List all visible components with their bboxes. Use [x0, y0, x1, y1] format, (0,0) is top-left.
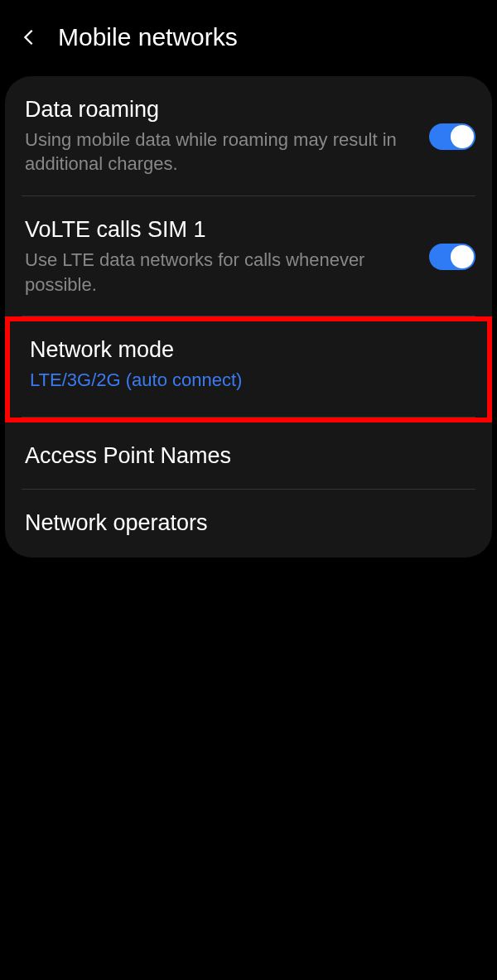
setting-text: Access Point Names	[25, 442, 475, 471]
toggle-thumb	[451, 125, 474, 148]
setting-text: Data roaming Using mobile data while roa…	[25, 96, 417, 176]
setting-data-roaming[interactable]: Data roaming Using mobile data while roa…	[5, 76, 492, 196]
setting-text: Network operators	[25, 509, 475, 538]
setting-text: Network mode LTE/3G/2G (auto connect)	[30, 336, 470, 392]
data-roaming-title: Data roaming	[25, 96, 417, 124]
setting-text: VoLTE calls SIM 1 Use LTE data networks …	[25, 216, 417, 297]
volte-toggle[interactable]	[429, 244, 475, 270]
data-roaming-description: Using mobile data while roaming may resu…	[25, 128, 417, 176]
setting-network-operators[interactable]: Network operators	[5, 490, 492, 558]
page-title: Mobile networks	[58, 23, 238, 51]
network-mode-title: Network mode	[30, 336, 470, 364]
back-icon[interactable]	[20, 28, 38, 46]
settings-panel: Data roaming Using mobile data while roa…	[5, 76, 492, 558]
toggle-thumb	[451, 245, 474, 268]
volte-description: Use LTE data networks for calls whenever…	[25, 248, 417, 297]
setting-apn[interactable]: Access Point Names	[5, 422, 492, 490]
data-roaming-toggle[interactable]	[429, 123, 475, 150]
apn-title: Access Point Names	[25, 442, 475, 471]
volte-title: VoLTE calls SIM 1	[25, 216, 417, 244]
operators-title: Network operators	[25, 509, 475, 538]
network-mode-value: LTE/3G/2G (auto connect)	[30, 368, 470, 393]
setting-network-mode[interactable]: Network mode LTE/3G/2G (auto connect)	[5, 316, 492, 422]
header: Mobile networks	[0, 0, 497, 70]
setting-volte[interactable]: VoLTE calls SIM 1 Use LTE data networks …	[5, 196, 492, 316]
